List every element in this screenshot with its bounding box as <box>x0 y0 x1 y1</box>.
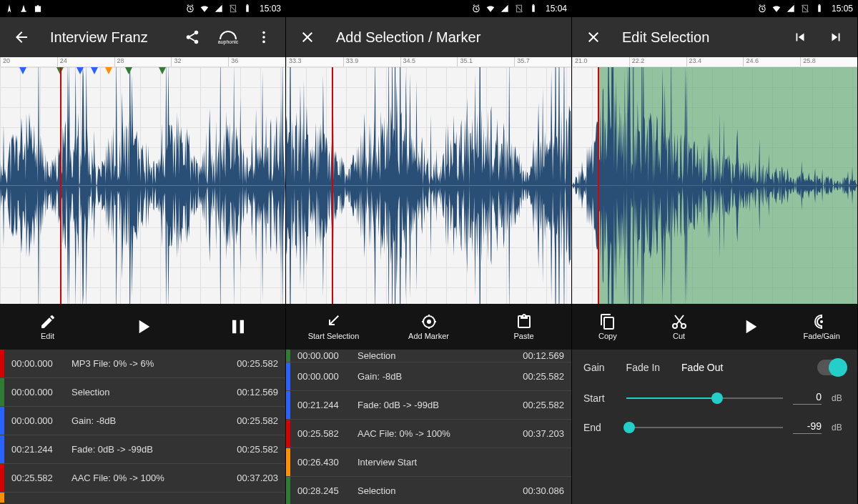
event-list[interactable]: 00:00.000Selection00:12.56900:00.000Gain… <box>286 350 571 504</box>
playhead[interactable] <box>60 67 61 304</box>
svg-point-10 <box>262 41 265 44</box>
list-item[interactable]: 00:25.582AAC File: 0% -> 100%00:37.203 <box>286 420 571 448</box>
status-bar: 15:04 <box>286 0 571 17</box>
alarm-icon <box>185 4 195 14</box>
time-ruler: 21.022.223.424.625.8 <box>572 57 857 67</box>
auphonic-button[interactable]: auphonic <box>214 23 242 51</box>
fade-enable-switch[interactable] <box>817 360 846 375</box>
list-item[interactable] <box>0 493 285 503</box>
wifi-icon <box>771 4 781 14</box>
svg-rect-0 <box>21 11 26 12</box>
tab-fade-out[interactable]: Fade Out <box>681 362 723 373</box>
svg-rect-13 <box>532 5 535 11</box>
play-button[interactable] <box>95 304 190 350</box>
app-bar: Interview Franz auphonic <box>0 17 285 57</box>
list-item[interactable]: 00:00.000Gain: -8dB00:25.582 <box>286 362 571 391</box>
nosim-icon <box>514 4 524 14</box>
phone-edit-selection: 15:05 Edit Selection 21.022.223.424.625.… <box>572 0 858 504</box>
signal-icon <box>214 4 224 14</box>
nosim-icon <box>228 4 238 14</box>
cut-button[interactable]: Cut <box>644 304 715 350</box>
playhead[interactable] <box>332 67 333 304</box>
status-bar: 15:03 <box>0 0 285 17</box>
close-button[interactable] <box>579 23 608 51</box>
vlc-icon <box>19 4 29 14</box>
pause-button[interactable] <box>190 304 285 350</box>
edit-button[interactable]: Edit <box>0 304 95 350</box>
svg-point-16 <box>427 320 431 324</box>
play-button[interactable] <box>715 304 786 350</box>
wifi-icon <box>199 4 209 14</box>
waveform-area[interactable]: 21.022.223.424.625.8 <box>572 57 857 304</box>
close-button[interactable] <box>293 23 322 51</box>
event-list[interactable]: 00:00.000MP3 File: 0% -> 6%00:25.58200:0… <box>0 350 285 504</box>
playhead[interactable] <box>598 67 599 304</box>
list-item[interactable]: 00:21.244Fade: 0dB -> -99dB00:25.582 <box>286 391 571 420</box>
waveform-area[interactable]: 33.333.934.535.135.7 <box>286 57 571 304</box>
list-item[interactable]: 00:00.000Gain: -8dB00:25.582 <box>0 407 285 435</box>
markers <box>0 67 285 76</box>
fade-gain-panel: Gain Fade In Fade Out Start 0 dB End -99… <box>572 350 857 504</box>
fadegain-button[interactable]: Fade/Gain <box>786 304 857 350</box>
phone-main: 15:03 Interview Franz auphonic 202428323… <box>0 0 286 504</box>
end-slider[interactable]: End -99 dB <box>583 420 846 434</box>
start-selection-button[interactable]: Start Selection <box>286 304 381 350</box>
svg-point-9 <box>262 36 265 39</box>
tab-fade-in[interactable]: Fade In <box>626 362 660 373</box>
start-value[interactable]: 0 <box>793 391 822 405</box>
page-title: Edit Selection <box>622 29 779 46</box>
svg-rect-3 <box>246 5 249 11</box>
back-button[interactable] <box>7 23 36 51</box>
list-item[interactable]: 00:28.245Selection00:30.086 <box>286 477 571 504</box>
alarm-icon <box>757 4 767 14</box>
share-button[interactable] <box>178 23 207 51</box>
page-title: Add Selection / Marker <box>336 29 564 46</box>
status-time: 15:03 <box>260 4 281 14</box>
waveform <box>0 67 285 304</box>
phone-add-selection: 15:04 Add Selection / Marker 33.333.934.… <box>286 0 572 504</box>
list-item[interactable]: 00:00.000Selection00:12.569 <box>286 350 571 362</box>
gps-icon <box>4 4 14 14</box>
alarm-icon <box>471 4 481 14</box>
app-bar: Add Selection / Marker <box>286 17 571 57</box>
list-item[interactable]: 00:25.582AAC File: 0% -> 100%00:37.203 <box>0 464 285 493</box>
svg-rect-20 <box>819 4 820 5</box>
signal-icon <box>500 4 510 14</box>
status-time: 15:05 <box>832 4 853 14</box>
control-bar: Start Selection Add Marker Paste <box>286 304 571 350</box>
selection-start-button[interactable] <box>786 23 814 51</box>
end-value[interactable]: -99 <box>793 420 822 434</box>
tab-gain[interactable]: Gain <box>583 362 605 373</box>
svg-rect-4 <box>247 4 248 5</box>
page-title: Interview Franz <box>50 29 171 46</box>
add-marker-button[interactable]: Add Marker <box>381 304 476 350</box>
list-item[interactable]: 00:00.000Selection00:12.569 <box>0 378 285 407</box>
start-slider[interactable]: Start 0 dB <box>583 391 846 405</box>
overflow-button[interactable] <box>250 23 278 51</box>
copy-button[interactable]: Copy <box>572 304 644 350</box>
waveform <box>286 67 571 304</box>
nosim-icon <box>800 4 810 14</box>
battery-icon <box>528 4 538 14</box>
control-bar: Edit <box>0 304 285 350</box>
svg-rect-14 <box>533 4 534 5</box>
time-ruler: 2024283236 <box>0 57 285 67</box>
wifi-icon <box>485 4 495 14</box>
battery-icon <box>242 4 252 14</box>
paste-button[interactable]: Paste <box>476 304 571 350</box>
control-bar: Copy Cut Fade/Gain <box>572 304 857 350</box>
list-item[interactable]: 00:21.244Fade: 0dB -> -99dB00:25.582 <box>0 435 285 464</box>
svg-point-7 <box>194 40 199 44</box>
fade-tabs: Gain Fade In Fade Out <box>583 360 846 375</box>
list-item[interactable]: 00:26.430Interview Start <box>286 448 571 477</box>
svg-rect-19 <box>818 5 821 11</box>
list-item[interactable]: 00:00.000MP3 File: 0% -> 6%00:25.582 <box>0 350 285 378</box>
waveform-area[interactable]: 2024283236 <box>0 57 285 304</box>
app-bar: Edit Selection <box>572 17 857 57</box>
svg-point-5 <box>194 31 199 35</box>
svg-point-8 <box>262 31 265 34</box>
status-bar: 15:05 <box>572 0 857 17</box>
time-ruler: 33.333.934.535.135.7 <box>286 57 571 67</box>
selection-end-button[interactable] <box>822 23 850 51</box>
waveform <box>572 67 857 304</box>
